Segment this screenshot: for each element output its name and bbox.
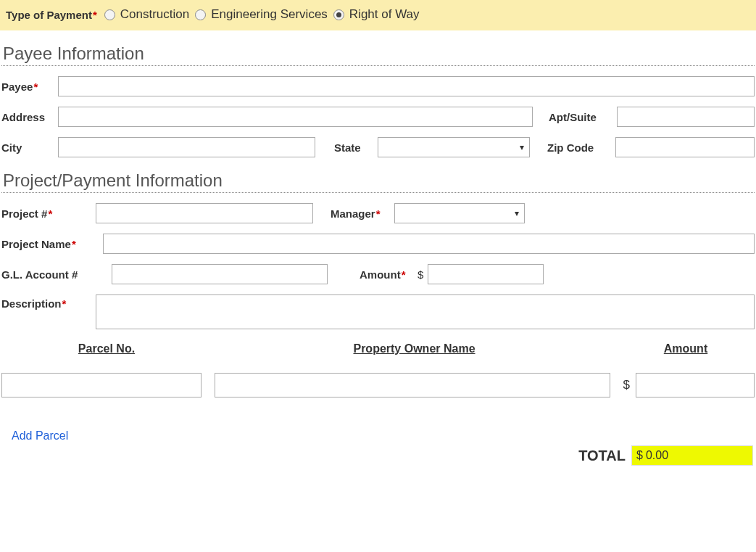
apt-input[interactable] <box>617 107 755 127</box>
add-parcel-link[interactable]: Add Parcel <box>12 429 68 442</box>
gl-account-input[interactable] <box>112 264 328 284</box>
payee-input[interactable] <box>58 76 755 96</box>
apt-label: Apt/Suite <box>549 111 617 123</box>
zip-input[interactable] <box>615 137 755 157</box>
payee-section-title: Payee Information <box>3 44 755 64</box>
project-num-label: Project #* <box>1 207 96 220</box>
manager-select[interactable] <box>394 203 525 223</box>
description-textarea[interactable] <box>96 294 755 329</box>
col-owner-name: Property Owner Name <box>212 342 617 355</box>
address-input[interactable] <box>58 107 533 127</box>
payment-type-bar: Type of Payment* Construction Engineerin… <box>0 0 756 30</box>
project-name-label: Project Name* <box>1 238 103 250</box>
dollar-sign: $ <box>623 378 630 392</box>
total-label: TOTAL <box>578 448 626 464</box>
amount-input[interactable] <box>428 264 544 284</box>
project-section-title: Project/Payment Information <box>3 170 755 191</box>
state-select[interactable] <box>378 137 530 157</box>
project-num-input[interactable] <box>96 203 313 223</box>
radio-right-of-way[interactable]: Right of Way <box>333 7 420 22</box>
parcel-row: $ <box>1 373 755 397</box>
divider <box>1 65 755 66</box>
owner-name-input[interactable] <box>215 373 610 397</box>
parcel-header-row: Parcel No. Property Owner Name Amount <box>1 342 755 355</box>
radio-icon <box>195 9 206 20</box>
total-value-box: $ 0.00 <box>631 445 753 466</box>
parcel-no-input[interactable] <box>1 373 202 397</box>
total-row: TOTAL $ 0.00 <box>1 445 755 466</box>
radio-icon <box>333 9 344 20</box>
gl-account-label: G.L. Account # <box>1 268 112 281</box>
payee-label: Payee* <box>1 81 58 93</box>
radio-construction[interactable]: Construction <box>104 7 189 22</box>
amount-label: Amount* <box>360 268 416 281</box>
col-parcel-no: Parcel No. <box>1 342 212 355</box>
total-value: 0.00 <box>646 449 668 462</box>
divider <box>1 192 755 193</box>
city-input[interactable] <box>58 137 315 157</box>
type-of-payment-label: Type of Payment* <box>6 9 97 21</box>
radio-label: Engineering Services <box>211 7 328 22</box>
radio-label: Right of Way <box>349 7 420 22</box>
address-label: Address <box>1 111 58 123</box>
description-label: Description* <box>1 294 96 310</box>
zip-label: Zip Code <box>547 141 615 154</box>
radio-engineering-services[interactable]: Engineering Services <box>195 7 328 22</box>
dollar-sign: $ <box>636 449 643 462</box>
parcel-amount-input[interactable] <box>636 373 755 397</box>
dollar-sign: $ <box>418 268 423 281</box>
radio-icon <box>104 9 115 20</box>
radio-label: Construction <box>120 7 189 22</box>
payment-type-radio-group: Construction Engineering Services Right … <box>104 7 420 22</box>
project-name-input[interactable] <box>103 234 755 254</box>
manager-label: Manager* <box>331 207 394 220</box>
col-amount: Amount <box>617 342 755 355</box>
city-label: City <box>1 141 58 154</box>
state-label: State <box>334 141 378 154</box>
